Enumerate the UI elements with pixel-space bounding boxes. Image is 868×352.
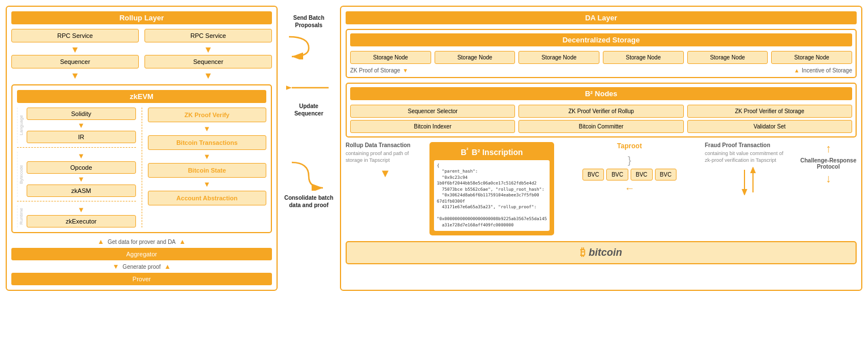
taproot-bvc-area: } BVC BVC BVC BVC ← — [582, 154, 676, 195]
lang-items: Solidity ▼ IR — [27, 108, 136, 143]
rollup-data-title: Rollup Data Transaction — [346, 142, 425, 148]
generate-proof-row: ▼ Generate proof ▲ — [11, 263, 272, 271]
ir-item: IR — [27, 131, 136, 143]
sequencer-1: Sequencer — [11, 55, 139, 68]
rpc-service-2: RPC Service — [144, 29, 272, 42]
runtime-items: ▼ zkExecutor — [27, 205, 136, 227]
zk-incentive-row: ZK Proof of Storage ▼ ▲ Incentive of Sto… — [350, 67, 852, 74]
rpc-arrows: ▼ ▼ — [11, 45, 272, 55]
bvc-3: BVC — [631, 169, 653, 181]
storage-node-6: Storage Node — [771, 51, 852, 64]
get-data-triangle-up2: ▲ — [179, 238, 186, 246]
da-layer: DA Layer Decentralized Storage Storage N… — [340, 6, 862, 291]
challenge-arrow-down: ↓ — [826, 172, 831, 185]
right-arrow-1: ▼ — [148, 125, 267, 133]
challenge-label: Challenge-Response Protocol — [801, 157, 857, 170]
divider-2 — [17, 201, 136, 201]
zk-proof-verifier-storage: ZK Proof Verifier of Storage — [687, 105, 852, 118]
send-batch-group: Send Batch Proposals — [286, 14, 331, 62]
storage-node-4: Storage Node — [603, 51, 684, 64]
rollup-layer: Rollup Layer RPC Service RPC Service ▼ ▼… — [6, 6, 278, 291]
zkasm-item: zkASM — [27, 184, 136, 197]
opcode-item: Opcode — [27, 161, 136, 174]
main-container: Rollup Layer RPC Service RPC Service ▼ ▼… — [0, 0, 868, 297]
lang-label: Language — [17, 108, 25, 143]
gen-proof-arrow: ▼ — [112, 263, 119, 271]
send-batch-arrow — [286, 31, 331, 62]
b2-inscription-title: B² B² Inscription — [434, 147, 550, 157]
update-seq-label: Update Sequencer — [294, 102, 323, 117]
zk-proof-verify: ZK Proof Verify — [148, 108, 267, 122]
divider-1 — [17, 147, 136, 148]
rpc-service-1: RPC Service — [11, 29, 139, 42]
b2-nodes-title: B² Nodes — [350, 87, 852, 100]
aggregator: Aggregator — [11, 248, 272, 260]
bytecode-arrow2: ▼ — [27, 175, 136, 183]
incentive-storage-label: ▲ Incentive of Storage — [794, 67, 852, 74]
runtime-arrow: ▼ — [27, 205, 136, 214]
bitcoin-icon: ₿ — [580, 247, 585, 259]
zk-proof-storage-label: ZK Proof of Storage ▼ — [350, 67, 408, 74]
da-bottom-section: Rollup Data Transaction containing proof… — [346, 142, 857, 235]
b2-bottom-row: Bitcoin Indexer Bitcoin Committer Valida… — [350, 120, 852, 133]
zkevm-title: zkEVM — [17, 90, 266, 103]
consolidate-label: Consolidate batch data and proof — [284, 194, 334, 209]
zk-proof-verifier-rollup: ZK Proof Verifier of Rollup — [518, 105, 683, 118]
fraud-proof-title: Fraud Proof Transaction — [705, 142, 795, 148]
bitcoin-bar: ₿ bitcoin — [346, 241, 857, 264]
b2-top-row: Sequencer Selector ZK Proof Verifier of … — [350, 105, 852, 118]
right-arrow-2: ▼ — [148, 152, 267, 161]
rollup-data-sub: containing proof and path of storage in … — [346, 151, 425, 164]
sequencer-selector: Sequencer Selector — [350, 105, 515, 118]
rollup-arrow-down: ▼ — [346, 167, 425, 180]
brace-symbol: } — [628, 154, 631, 166]
sequencer-row: Sequencer Sequencer — [11, 55, 272, 68]
b2-inscription: B² B² Inscription { "parent_hash": "0x9c… — [429, 142, 554, 235]
consolidate-arrow — [286, 157, 331, 192]
bytecode-label: Bytecode — [17, 152, 25, 197]
inscription-code: { "parent_hash": "0x9c23c94 1b0f6bf2044b… — [434, 160, 550, 231]
get-data-label: Get data for prover and DA — [108, 239, 176, 245]
challenge-col: ↑ Challenge-Response Protocol ↓ — [800, 142, 857, 185]
consolidate-group: Consolidate batch data and proof — [284, 157, 334, 209]
challenge-arrow-up: ↑ — [826, 142, 831, 155]
prover: Prover — [11, 273, 272, 285]
bytecode-arrow: ▼ — [27, 152, 136, 160]
zkevm-left-col: Language Solidity ▼ IR Bytecode ▼ — [17, 108, 136, 227]
right-arrow-3: ▼ — [148, 180, 267, 188]
arrow-down-2: ▼ — [144, 45, 272, 55]
bvc-arrow-left: ← — [624, 183, 635, 195]
validator-set: Validator Set — [687, 120, 852, 133]
gen-proof-triangle: ▲ — [164, 263, 171, 271]
seq-arrows: ▼ ▼ — [11, 71, 272, 81]
lang-arrow: ▼ — [27, 121, 136, 130]
rpc-row: RPC Service RPC Service — [11, 29, 272, 42]
arrow-down-3: ▼ — [11, 71, 139, 81]
update-seq-arrow — [286, 79, 331, 100]
sequencer-2: Sequencer — [144, 55, 272, 68]
arrow-down-4: ▼ — [144, 71, 272, 81]
fraud-proof-sub: containing bit value commitment of zk-pr… — [705, 151, 795, 164]
get-data-row: ▲ Get data for prover and DA ▲ — [11, 238, 272, 246]
connection-area: Send Batch Proposals — [283, 6, 334, 291]
lang-group: Language Solidity ▼ IR — [17, 108, 136, 143]
vertical-divider — [142, 108, 142, 227]
storage-node-5: Storage Node — [687, 51, 768, 64]
taproot-label: Taproot — [617, 142, 642, 150]
arrow-down-1: ▼ — [11, 45, 139, 55]
bytecode-group: Bytecode ▼ Opcode ▼ zkASM — [17, 152, 136, 197]
bitcoin-indexer: Bitcoin Indexer — [350, 120, 515, 133]
zk-storage-triangle: ▼ — [402, 67, 408, 74]
generate-proof-label: Generate proof — [122, 264, 160, 270]
fraud-proof-col: Fraud Proof Transaction containing bit v… — [705, 142, 795, 196]
zkevm-content: Language Solidity ▼ IR Bytecode ▼ — [17, 108, 266, 227]
taproot-col: Taproot } BVC BVC BVC BVC ← — [559, 142, 700, 195]
bitcoin-state: Bitcoin State — [148, 163, 267, 178]
dec-storage-title: Decentralized Storage — [350, 33, 852, 46]
bvc-row: BVC BVC BVC BVC — [582, 169, 676, 181]
storage-node-2: Storage Node — [435, 51, 516, 64]
bitcoin-committer: Bitcoin Committer — [518, 120, 683, 133]
bitcoin-transactions: Bitcoin Transactions — [148, 135, 267, 150]
da-layer-title: DA Layer — [346, 11, 857, 24]
send-batch-label: Send Batch Proposals — [293, 14, 324, 29]
